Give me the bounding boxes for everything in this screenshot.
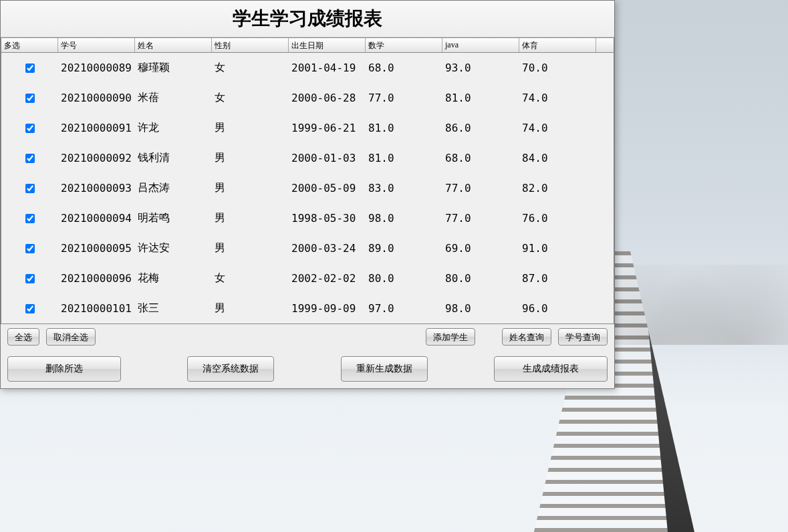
cell-math: 80.0 (366, 272, 442, 285)
row-checkbox[interactable] (25, 154, 35, 163)
cell-check (1, 63, 58, 73)
cell-dob: 2000-05-09 (289, 182, 366, 194)
table-row[interactable]: 20210000089穆瑾颖女2001-04-1968.093.070.0 (1, 53, 614, 83)
add-student-button[interactable]: 添加学生 (426, 328, 475, 346)
table-row[interactable]: 20210000093吕杰涛男2000-05-0983.077.082.0 (1, 173, 614, 203)
row-checkbox[interactable] (25, 94, 35, 103)
main-window: 学生学习成绩报表 多选 学号 姓名 性别 出生日期 数学 java 体育 202… (0, 0, 615, 389)
cell-gender: 男 (212, 151, 289, 165)
col-header-check[interactable]: 多选 (1, 38, 58, 52)
search-by-id-button[interactable]: 学号查询 (558, 328, 608, 346)
search-by-name-button[interactable]: 姓名查询 (502, 328, 551, 346)
cell-check (1, 184, 58, 193)
table-row[interactable]: 20210000094明若鸣男1998-05-3098.077.076.0 (1, 203, 614, 233)
cell-name: 张三 (135, 301, 212, 315)
delete-selected-button[interactable]: 删除所选 (7, 356, 121, 382)
cell-math: 83.0 (366, 182, 442, 194)
regenerate-data-button[interactable]: 重新生成数据 (341, 356, 428, 382)
table-row[interactable]: 20210000095许达安男2000-03-2489.069.091.0 (1, 233, 614, 263)
cell-gender: 男 (212, 211, 289, 225)
cell-pe: 84.0 (519, 152, 596, 164)
cell-pe: 87.0 (519, 272, 596, 285)
col-header-id[interactable]: 学号 (58, 38, 135, 52)
cell-student-id: 20210000094 (58, 212, 135, 225)
cell-gender: 男 (212, 241, 289, 255)
cell-student-id: 20210000093 (58, 182, 135, 194)
cell-check (1, 244, 58, 253)
cell-check (1, 94, 58, 103)
col-header-java[interactable]: java (442, 38, 519, 52)
cell-dob: 2000-03-24 (289, 242, 366, 255)
col-header-gender[interactable]: 性别 (212, 38, 289, 52)
cell-math: 98.0 (366, 212, 442, 225)
cell-student-id: 20210000090 (58, 92, 135, 104)
deselect-all-button[interactable]: 取消全选 (46, 328, 96, 346)
cell-gender: 男 (212, 301, 289, 315)
generate-report-button[interactable]: 生成成绩报表 (494, 356, 608, 382)
cell-math: 68.0 (366, 61, 442, 74)
cell-student-id: 20210000092 (58, 152, 135, 164)
cell-student-id: 20210000089 (58, 61, 135, 74)
table-row[interactable]: 20210000101张三男1999-09-0997.098.096.0 (1, 293, 614, 323)
cell-student-id: 20210000091 (58, 122, 135, 134)
row-checkbox[interactable] (25, 304, 35, 313)
col-header-name[interactable]: 姓名 (135, 38, 212, 52)
cell-gender: 女 (212, 91, 289, 105)
col-header-math[interactable]: 数学 (366, 38, 442, 52)
cell-gender: 女 (212, 271, 289, 285)
table-body[interactable]: 20210000089穆瑾颖女2001-04-1968.093.070.0202… (1, 53, 614, 323)
cell-dob: 2001-04-19 (289, 61, 366, 74)
cell-name: 穆瑾颖 (135, 61, 212, 75)
cell-student-id: 20210000101 (58, 302, 135, 315)
cell-name: 花梅 (135, 271, 212, 285)
cell-gender: 男 (212, 121, 289, 135)
cell-check (1, 274, 58, 283)
button-row-2: 删除所选 清空系统数据 重新生成数据 生成成绩报表 (1, 350, 614, 388)
table-row[interactable]: 20210000096花梅女2002-02-0280.080.087.0 (1, 263, 614, 293)
cell-gender: 女 (212, 61, 289, 75)
cell-java: 77.0 (442, 212, 519, 225)
cell-dob: 1998-05-30 (289, 212, 366, 225)
row-checkbox[interactable] (25, 214, 35, 223)
title-bar: 学生学习成绩报表 (1, 1, 614, 37)
page-title: 学生学习成绩报表 (233, 6, 382, 31)
select-all-button[interactable]: 全选 (7, 328, 39, 346)
cell-check (1, 124, 58, 133)
cell-dob: 1999-06-21 (289, 122, 366, 134)
cell-check (1, 154, 58, 163)
cell-pe: 96.0 (519, 302, 596, 315)
cell-pe: 76.0 (519, 212, 596, 225)
col-header-spacer (596, 38, 614, 52)
cell-java: 77.0 (442, 182, 519, 194)
button-row-1: 全选 取消全选 添加学生 姓名查询 学号查询 (1, 324, 614, 350)
table-row[interactable]: 20210000090米蓓女2000-06-2877.081.074.0 (1, 83, 614, 113)
cell-pe: 74.0 (519, 122, 596, 134)
table-row[interactable]: 20210000092钱利清男2000-01-0381.068.084.0 (1, 143, 614, 173)
clear-system-data-button[interactable]: 清空系统数据 (187, 356, 274, 382)
cell-math: 81.0 (366, 152, 442, 164)
cell-dob: 1999-09-09 (289, 302, 366, 315)
cell-pe: 74.0 (519, 92, 596, 104)
row-checkbox[interactable] (25, 63, 35, 73)
row-checkbox[interactable] (25, 184, 35, 193)
cell-math: 81.0 (366, 122, 442, 134)
row-checkbox[interactable] (25, 274, 35, 283)
cell-dob: 2002-02-02 (289, 272, 366, 285)
col-header-dob[interactable]: 出生日期 (289, 38, 366, 52)
cell-pe: 70.0 (519, 61, 596, 74)
cell-java: 80.0 (442, 272, 519, 285)
cell-java: 81.0 (442, 92, 519, 104)
cell-dob: 2000-01-03 (289, 152, 366, 164)
cell-name: 许龙 (135, 121, 212, 135)
cell-math: 77.0 (366, 92, 442, 104)
cell-student-id: 20210000096 (58, 272, 135, 285)
cell-name: 米蓓 (135, 91, 212, 105)
cell-java: 98.0 (442, 302, 519, 315)
cell-name: 许达安 (135, 241, 212, 255)
row-checkbox[interactable] (25, 124, 35, 133)
cell-math: 89.0 (366, 242, 442, 255)
cell-gender: 男 (212, 181, 289, 195)
col-header-pe[interactable]: 体育 (519, 38, 596, 52)
table-row[interactable]: 20210000091许龙男1999-06-2181.086.074.0 (1, 113, 614, 143)
row-checkbox[interactable] (25, 244, 35, 253)
